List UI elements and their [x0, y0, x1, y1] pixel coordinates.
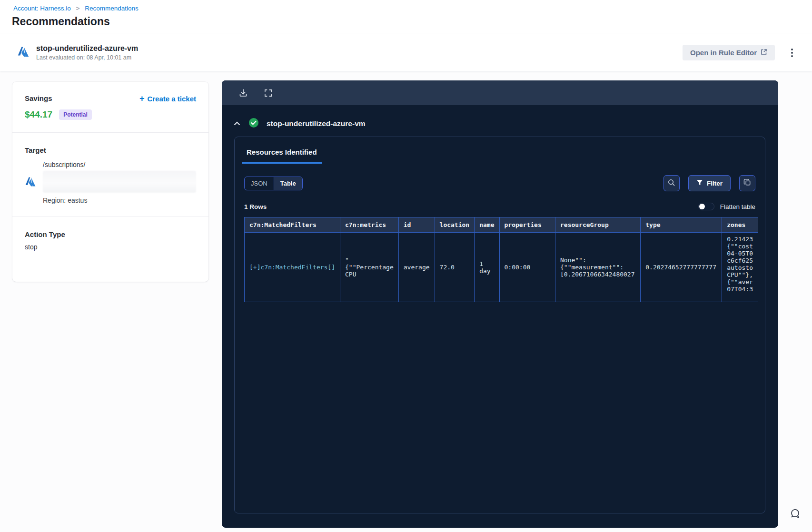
download-button[interactable]: [236, 86, 250, 100]
support-chat-button[interactable]: [787, 507, 802, 522]
rows-count: 1 Rows: [244, 203, 267, 210]
col-metrics: c7n:metrics: [340, 217, 399, 233]
cell-resource-group: None"": {""measurement"": [0.20671066342…: [555, 233, 640, 302]
col-zones: zones: [722, 217, 758, 233]
potential-badge: Potential: [59, 109, 92, 120]
fullscreen-button[interactable]: [261, 86, 275, 100]
create-ticket-link[interactable]: + Create a ticket: [139, 94, 196, 103]
search-button[interactable]: [663, 175, 680, 191]
chat-bubble-icon: [787, 515, 802, 522]
resources-table: c7n:MatchedFilters c7n:metrics id locati…: [244, 217, 758, 302]
col-id: id: [398, 217, 435, 233]
divider: [12, 132, 208, 133]
col-type: type: [641, 217, 722, 233]
view-toggle: JSON Table: [244, 177, 303, 190]
matched-filters-expand-link[interactable]: [+]c7n:MatchedFilters[]: [249, 264, 335, 271]
success-check-icon: [248, 118, 259, 130]
external-link-icon: [761, 49, 767, 57]
target-path: /subscriptions/: [43, 161, 196, 168]
cell-metrics: " {""Percentage CPU: [340, 233, 399, 302]
plus-icon: +: [139, 94, 145, 103]
redacted-subscription-id: [43, 171, 196, 193]
copy-button[interactable]: [739, 175, 755, 191]
recommendation-header: stop-underutilized-azure-vm Last evaluat…: [0, 34, 812, 71]
table-row: [+]c7n:MatchedFilters[] " {""Percentage …: [245, 233, 758, 302]
col-properties: properties: [499, 217, 555, 233]
recommendation-title: stop-underutilized-azure-vm: [36, 44, 138, 53]
filter-funnel-icon: [696, 179, 703, 187]
savings-label: Savings: [25, 94, 52, 102]
tab-resources-identified[interactable]: Resources Identified: [242, 148, 322, 164]
col-location: location: [435, 217, 475, 233]
more-options-button[interactable]: [785, 46, 799, 59]
view-toggle-table[interactable]: Table: [274, 177, 302, 190]
table-header-row: c7n:MatchedFilters c7n:metrics id locati…: [245, 217, 758, 233]
top-bar: Account: Harness.io > Recommendations: [0, 0, 812, 12]
cell-location: 72.0: [435, 233, 475, 302]
breadcrumb-current-link[interactable]: Recommendations: [85, 5, 139, 12]
action-type-label: Action Type: [25, 230, 196, 238]
azure-target-icon: [25, 176, 36, 189]
divider: [12, 217, 208, 217]
view-toggle-json[interactable]: JSON: [245, 177, 274, 190]
flatten-table-toggle[interactable]: [698, 203, 714, 210]
cell-properties: 0:00:00: [499, 233, 555, 302]
filter-button[interactable]: Filter: [688, 175, 731, 191]
flatten-table-label: Flatten table: [720, 203, 755, 210]
recommendation-details-card: Savings + Create a ticket $44.17 Potenti…: [12, 82, 208, 282]
col-matched-filters: c7n:MatchedFilters: [245, 217, 340, 233]
azure-logo-icon: [17, 46, 30, 60]
breadcrumb-account-link[interactable]: Account: Harness.io: [13, 5, 71, 12]
search-icon: [667, 178, 675, 188]
page-title: Recommendations: [0, 12, 812, 34]
breadcrumb: Account: Harness.io > Recommendations: [13, 5, 812, 12]
cell-name: 1 day: [475, 233, 499, 302]
resources-panel: Resources Identified JSON Table Filter: [234, 137, 765, 513]
cell-id: average: [398, 233, 435, 302]
last-evaluated-text: Last evaluated on: 08 Apr, 10:01 am: [36, 54, 138, 61]
target-region: Region: eastus: [43, 197, 196, 204]
open-rule-editor-button[interactable]: Open in Rule Editor: [683, 45, 775, 60]
panel-rule-title: stop-underutilized-azure-vm: [267, 119, 366, 128]
breadcrumb-separator: >: [76, 5, 80, 12]
cell-zones: 0.21423 {""cost 04-05T0 c6cf625 autosto …: [722, 233, 758, 302]
action-type-value: stop: [25, 243, 196, 251]
col-resource-group: resourceGroup: [555, 217, 640, 233]
target-label: Target: [25, 146, 196, 154]
cell-type: 0.20274652777777777: [641, 233, 722, 302]
panel-toolbar: [222, 80, 778, 105]
evaluation-results-panel: stop-underutilized-azure-vm Resources Id…: [222, 80, 778, 528]
savings-amount: $44.17: [25, 109, 52, 120]
col-name: name: [475, 217, 499, 233]
collapse-chevron-icon[interactable]: [233, 120, 241, 128]
copy-icon: [743, 178, 752, 188]
resources-table-container[interactable]: c7n:MatchedFilters c7n:metrics id locati…: [244, 217, 758, 302]
